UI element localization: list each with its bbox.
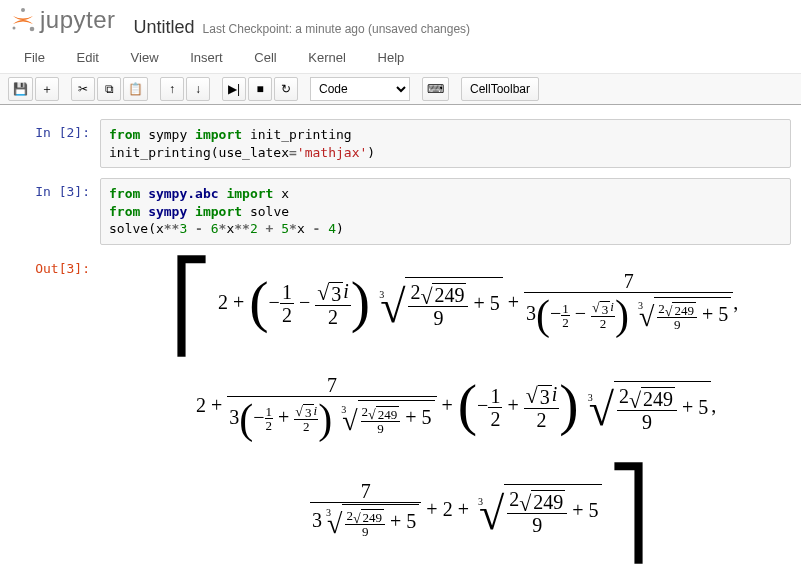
copy-icon: ⧉ — [105, 82, 114, 96]
svg-point-0 — [21, 8, 25, 12]
code-input[interactable]: from sympy.abc import x from sympy impor… — [100, 178, 791, 245]
cell-type-select[interactable]: Code — [310, 77, 410, 101]
keyboard-icon: ⌨ — [427, 82, 444, 96]
menu-kernel[interactable]: Kernel — [294, 46, 360, 69]
run-button[interactable]: ▶| — [222, 77, 246, 101]
restart-button[interactable]: ↻ — [274, 77, 298, 101]
code-cell[interactable]: In [2]: from sympy import init_printing … — [20, 119, 791, 168]
header: jupyter Untitled Last Checkpoint: a minu… — [0, 0, 801, 42]
move-up-button[interactable]: ↑ — [160, 77, 184, 101]
out-prompt: Out[3]: — [20, 255, 100, 582]
celltoolbar-button[interactable]: CellToolbar — [461, 77, 539, 101]
save-button[interactable]: 💾 — [8, 77, 33, 101]
stop-icon: ■ — [256, 82, 263, 96]
step-icon: ▶| — [228, 82, 240, 96]
paste-icon: 📋 — [128, 82, 143, 96]
in-prompt: In [2]: — [20, 119, 100, 168]
add-cell-button[interactable]: ＋ — [35, 77, 59, 101]
plus-icon: ＋ — [41, 81, 53, 98]
svg-point-1 — [30, 27, 35, 32]
output-cell: Out[3]: ⎡ 2 + (−12 − √3i2) 3√2√2499 + 5 … — [20, 255, 791, 582]
notebook-area: In [2]: from sympy import init_printing … — [0, 105, 801, 587]
arrow-up-icon: ↑ — [169, 82, 175, 96]
paste-button[interactable]: 📋 — [123, 77, 148, 101]
code-input[interactable]: from sympy import init_printing init_pri… — [100, 119, 791, 168]
menubar: File Edit View Insert Cell Kernel Help — [0, 42, 801, 74]
logo-text: jupyter — [40, 6, 116, 34]
notebook-title[interactable]: Untitled — [134, 17, 195, 38]
toolbar: 💾 ＋ ✂ ⧉ 📋 ↑ ↓ ▶| ■ ↻ Code ⌨ CellToolbar — [0, 74, 801, 105]
menu-help[interactable]: Help — [364, 46, 419, 69]
cut-button[interactable]: ✂ — [71, 77, 95, 101]
menu-insert[interactable]: Insert — [176, 46, 237, 69]
output-area: ⎡ 2 + (−12 − √3i2) 3√2√2499 + 5 + 73(−12… — [100, 255, 791, 582]
cut-icon: ✂ — [78, 82, 88, 96]
menu-cell[interactable]: Cell — [240, 46, 290, 69]
math-output: ⎡ 2 + (−12 − √3i2) 3√2√2499 + 5 + 73(−12… — [100, 261, 791, 554]
code-cell[interactable]: In [3]: from sympy.abc import x from sym… — [20, 178, 791, 245]
save-icon: 💾 — [13, 82, 28, 96]
jupyter-logo[interactable]: jupyter — [10, 6, 116, 34]
move-down-button[interactable]: ↓ — [186, 77, 210, 101]
arrow-down-icon: ↓ — [195, 82, 201, 96]
stop-button[interactable]: ■ — [248, 77, 272, 101]
command-palette-button[interactable]: ⌨ — [422, 77, 449, 101]
svg-point-2 — [13, 27, 16, 30]
in-prompt: In [3]: — [20, 178, 100, 245]
copy-button[interactable]: ⧉ — [97, 77, 121, 101]
menu-file[interactable]: File — [10, 46, 59, 69]
menu-view[interactable]: View — [117, 46, 173, 69]
menu-edit[interactable]: Edit — [63, 46, 113, 69]
checkpoint-status: Last Checkpoint: a minute ago (unsaved c… — [203, 22, 471, 36]
restart-icon: ↻ — [281, 82, 291, 96]
